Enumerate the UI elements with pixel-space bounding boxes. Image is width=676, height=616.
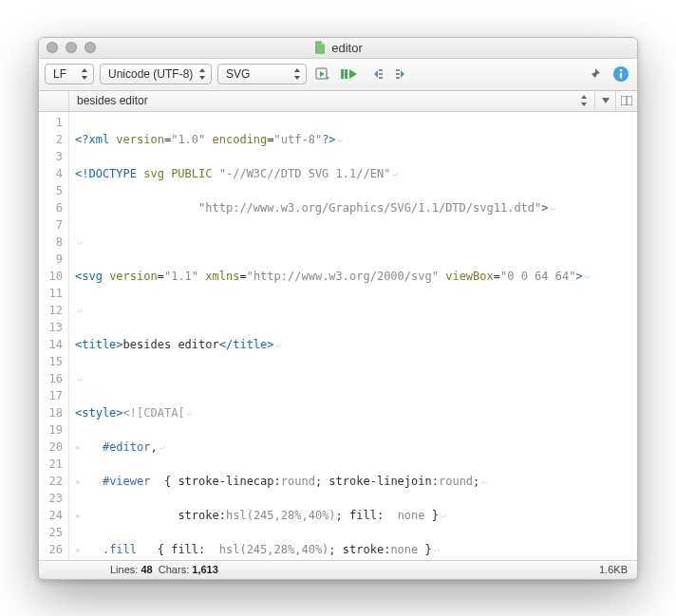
encoding-select[interactable]: Unicode (UTF-8) xyxy=(100,64,212,84)
chevron-down-icon xyxy=(602,98,610,103)
svg-rect-3 xyxy=(379,69,383,71)
symbols-dropdown[interactable] xyxy=(595,91,616,111)
chevron-updown-icon xyxy=(80,67,89,81)
lines-label: Lines: xyxy=(110,564,138,575)
run-icon xyxy=(315,66,330,82)
gutter-header xyxy=(39,91,69,111)
split-view-icon xyxy=(621,96,632,105)
pin-icon xyxy=(587,66,602,82)
chevron-updown-icon xyxy=(197,67,207,81)
run-button[interactable] xyxy=(312,64,333,84)
document-icon xyxy=(313,41,327,54)
indent-icon xyxy=(395,67,410,81)
file-path-select[interactable]: besides editor xyxy=(69,91,595,111)
code-area[interactable]: <?xml version="1.0" encoding="utf-8"?>↩ … xyxy=(69,112,637,560)
lines-count: 48 xyxy=(141,564,152,575)
outdent-icon xyxy=(368,67,384,81)
language-select[interactable]: SVG xyxy=(217,64,307,84)
path-bar: besides editor xyxy=(39,91,637,112)
window-title: editor xyxy=(331,41,363,55)
play-button[interactable] xyxy=(339,64,360,84)
chars-count: 1,613 xyxy=(192,564,218,575)
code-editor[interactable]: 1234567891011121314151617181920212223242… xyxy=(39,112,637,560)
svg-rect-5 xyxy=(379,77,383,79)
split-view-button[interactable] xyxy=(616,91,637,111)
info-icon xyxy=(612,65,629,83)
info-button[interactable] xyxy=(610,64,631,84)
titlebar[interactable]: editor xyxy=(39,38,637,59)
editor-window: editor LF Unicode (UTF-8) SVG besides ed… xyxy=(38,37,638,580)
svg-rect-2 xyxy=(345,69,347,79)
close-button[interactable] xyxy=(47,42,58,53)
indent-button[interactable] xyxy=(392,64,413,84)
svg-rect-1 xyxy=(341,69,344,79)
svg-rect-11 xyxy=(620,73,622,79)
chevron-updown-icon xyxy=(579,94,589,107)
pin-button[interactable] xyxy=(584,64,605,84)
play-icon xyxy=(341,67,358,81)
line-endings-select[interactable]: LF xyxy=(45,64,94,84)
chars-label: Chars: xyxy=(159,564,189,575)
minimize-button[interactable] xyxy=(66,42,77,53)
line-number-gutter[interactable]: 1234567891011121314151617181920212223242… xyxy=(39,112,69,560)
svg-rect-7 xyxy=(396,73,400,75)
svg-rect-8 xyxy=(396,77,400,79)
window-controls xyxy=(47,42,96,53)
svg-rect-6 xyxy=(396,69,400,71)
chevron-updown-icon xyxy=(292,67,302,81)
svg-point-10 xyxy=(620,69,623,72)
toolbar: LF Unicode (UTF-8) SVG xyxy=(39,59,637,91)
zoom-button[interactable] xyxy=(84,42,96,53)
status-bar: Lines: 48 Chars: 1,613 1.6KB xyxy=(39,560,637,579)
file-size: 1.6KB xyxy=(599,564,628,575)
outdent-button[interactable] xyxy=(366,64,386,84)
svg-rect-4 xyxy=(379,73,383,75)
